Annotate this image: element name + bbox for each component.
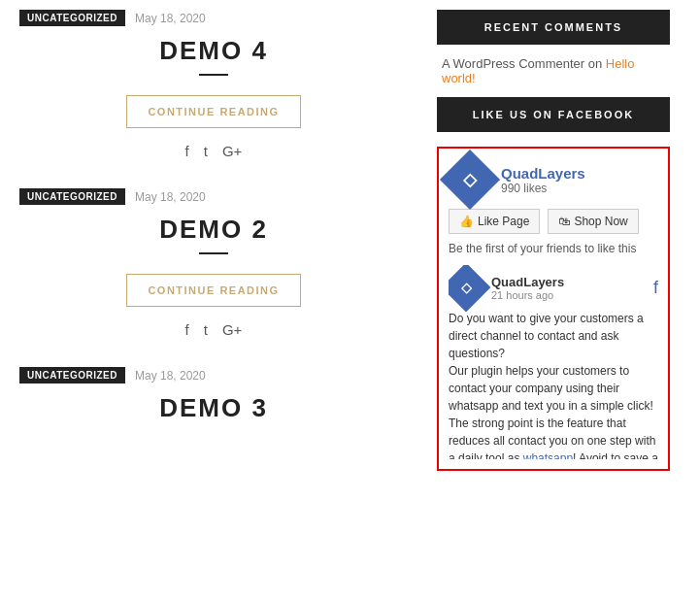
commenter-name: A WordPress Commenter	[442, 56, 584, 71]
social-icons-1: f t G+	[19, 143, 408, 159]
googleplus-icon-2[interactable]: G+	[222, 321, 242, 338]
fb-post-meta: QuadLayers 21 hours ago	[491, 275, 564, 301]
fb-shop-button[interactable]: 🛍 Shop Now	[548, 209, 638, 234]
fb-thumb-icon: 👍	[459, 215, 474, 228]
fb-page-info: QuadLayers 990 likes	[501, 165, 585, 195]
facebook-widget-title: LIKE US ON FACEBOOK	[437, 97, 670, 132]
fb-shop-icon: 🛍	[558, 215, 570, 228]
post-tag-2: UNCATEGORIZED	[19, 188, 125, 205]
post-divider-2	[199, 252, 228, 254]
fb-like-label: Like Page	[478, 215, 529, 228]
post-title-3: DEMO 3	[19, 393, 408, 423]
continue-reading-btn-1[interactable]: CONTINUE READING	[126, 95, 301, 128]
fb-friends-text: Be the first of your friends to like thi…	[449, 242, 658, 255]
post-date-2: May 18, 2020	[135, 190, 206, 204]
post-tag-1: UNCATEGORIZED	[19, 10, 125, 26]
post-meta-2: UNCATEGORIZED May 18, 2020	[19, 188, 408, 205]
fb-post-left: ◇ QuadLayers 21 hours ago	[449, 270, 564, 305]
post-item-2: UNCATEGORIZED May 18, 2020 DEMO 2 CONTIN…	[19, 188, 408, 338]
fb-page-header: ◇ QuadLayers 990 likes	[449, 158, 658, 201]
googleplus-icon-1[interactable]: G+	[222, 143, 242, 159]
fb-whatsapp-link-1[interactable]: whatsapp	[523, 451, 573, 459]
fb-action-buttons: 👍 Like Page 🛍 Shop Now	[449, 209, 658, 234]
facebook-icon-2[interactable]: f	[185, 321, 189, 338]
fb-post-header: ◇ QuadLayers 21 hours ago f	[449, 270, 658, 305]
post-date-1: May 18, 2020	[135, 12, 206, 25]
sidebar: RECENT COMMENTS A WordPress Commenter on…	[427, 10, 680, 471]
fb-post-content: Do you want to give your customers a dir…	[449, 310, 658, 459]
recent-comments-title: RECENT COMMENTS	[437, 10, 670, 45]
fb-page-logo: ◇	[440, 150, 500, 210]
post-meta-1: UNCATEGORIZED May 18, 2020	[19, 10, 408, 26]
fb-logo-diamond-icon: ◇	[463, 169, 477, 190]
main-content: UNCATEGORIZED May 18, 2020 DEMO 4 CONTIN…	[0, 10, 427, 471]
fb-post-avatar: ◇	[449, 265, 490, 312]
post-date-3: May 18, 2020	[135, 369, 206, 383]
post-divider-1	[199, 74, 228, 76]
facebook-icon-1[interactable]: f	[185, 143, 189, 159]
fb-page-name: QuadLayers	[501, 165, 585, 182]
fb-post: ◇ QuadLayers 21 hours ago f Do you want …	[449, 265, 658, 459]
twitter-icon-2[interactable]: t	[204, 321, 208, 338]
post-title-1: DEMO 4	[19, 36, 408, 66]
fb-shop-label: Shop Now	[574, 215, 627, 228]
post-item-1: UNCATEGORIZED May 18, 2020 DEMO 4 CONTIN…	[19, 10, 408, 159]
social-icons-2: f t G+	[19, 321, 408, 338]
fb-like-button[interactable]: 👍 Like Page	[449, 209, 540, 234]
post-item-3: UNCATEGORIZED May 18, 2020 DEMO 3	[19, 367, 408, 423]
fb-likes-count: 990 likes	[501, 182, 585, 195]
fb-post-avatar-icon: ◇	[461, 280, 472, 295]
fb-brand-icon: f	[653, 278, 658, 298]
fb-scroll-area[interactable]: ◇ QuadLayers 21 hours ago f Do you want …	[449, 265, 658, 459]
fb-post-time: 21 hours ago	[491, 289, 564, 301]
twitter-icon-1[interactable]: t	[204, 143, 208, 159]
post-tag-3: UNCATEGORIZED	[19, 367, 125, 383]
recent-comment-item: A WordPress Commenter on Hello world!	[437, 56, 670, 85]
comment-on-text: on	[588, 56, 602, 71]
post-meta-3: UNCATEGORIZED May 18, 2020	[19, 367, 408, 383]
continue-reading-btn-2[interactable]: CONTINUE READING	[126, 274, 301, 307]
post-title-2: DEMO 2	[19, 215, 408, 245]
facebook-widget-box: ◇ QuadLayers 990 likes 👍 Like Page 🛍 Sho…	[437, 147, 670, 471]
fb-post-author: QuadLayers	[491, 275, 564, 289]
